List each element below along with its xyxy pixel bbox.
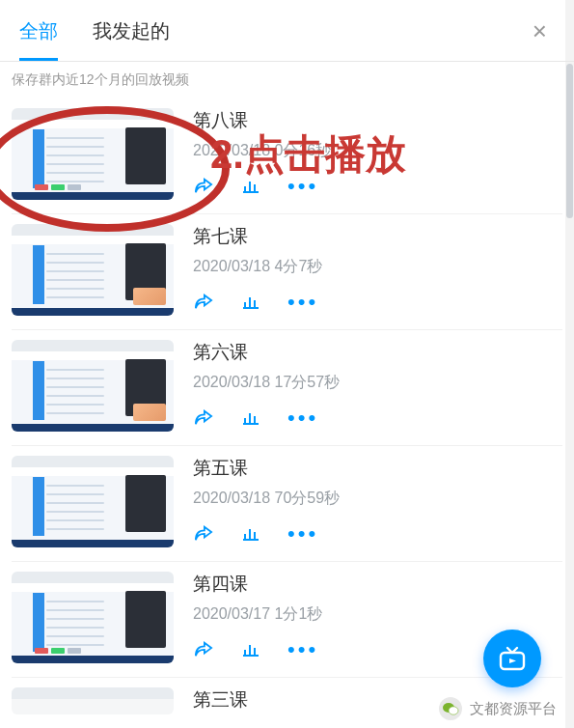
video-subtitle: 2020/03/18 70分59秒 bbox=[193, 489, 562, 509]
more-icon[interactable]: ••• bbox=[287, 412, 318, 423]
stats-icon[interactable] bbox=[241, 177, 260, 194]
video-subtitle: 2020/03/18 4分7秒 bbox=[193, 257, 562, 277]
tab-mine[interactable]: 我发起的 bbox=[93, 1, 170, 61]
account-name: 文都资源平台 bbox=[470, 700, 557, 718]
video-thumbnail[interactable] bbox=[12, 456, 174, 547]
video-thumbnail[interactable] bbox=[12, 687, 174, 714]
share-icon[interactable] bbox=[193, 408, 214, 426]
retention-hint: 保存群内近12个月的回放视频 bbox=[0, 62, 574, 98]
close-icon[interactable]: × bbox=[533, 15, 547, 45]
stats-icon[interactable] bbox=[241, 408, 260, 426]
video-title: 第七课 bbox=[193, 224, 562, 249]
stats-icon[interactable] bbox=[241, 293, 260, 310]
video-subtitle: 2020/03/18 0分16秒 bbox=[193, 141, 562, 161]
video-list: 第八课 2020/03/18 0分16秒 ••• 第七课 2 bbox=[0, 98, 574, 728]
list-item[interactable]: 第七课 2020/03/18 4分7秒 ••• bbox=[12, 214, 562, 330]
share-icon[interactable] bbox=[193, 640, 214, 658]
video-title: 第六课 bbox=[193, 340, 562, 365]
more-icon[interactable]: ••• bbox=[287, 644, 318, 655]
video-thumbnail[interactable] bbox=[12, 224, 174, 316]
stats-icon[interactable] bbox=[241, 640, 260, 658]
tv-play-icon bbox=[498, 645, 527, 672]
wechat-icon bbox=[439, 697, 462, 720]
svg-point-3 bbox=[449, 707, 458, 714]
video-title: 第四课 bbox=[193, 572, 562, 597]
list-item[interactable]: 第八课 2020/03/18 0分16秒 ••• bbox=[12, 98, 562, 214]
share-icon[interactable] bbox=[193, 293, 214, 310]
share-icon[interactable] bbox=[193, 524, 214, 542]
video-subtitle: 2020/03/18 17分57秒 bbox=[193, 373, 562, 393]
tab-all[interactable]: 全部 bbox=[19, 1, 58, 61]
more-icon[interactable]: ••• bbox=[287, 528, 318, 539]
stats-icon[interactable] bbox=[241, 524, 260, 542]
float-video-button[interactable] bbox=[483, 630, 541, 687]
video-title: 第八课 bbox=[193, 108, 562, 133]
video-thumbnail[interactable] bbox=[12, 340, 174, 432]
account-attribution: 文都资源平台 bbox=[439, 697, 557, 720]
list-item[interactable]: 第五课 2020/03/18 70分59秒 ••• bbox=[12, 446, 562, 562]
more-icon[interactable]: ••• bbox=[287, 181, 318, 191]
video-thumbnail[interactable] bbox=[12, 572, 174, 663]
video-title: 第五课 bbox=[193, 456, 562, 481]
more-icon[interactable]: ••• bbox=[287, 296, 318, 307]
video-subtitle: 2020/03/17 1分1秒 bbox=[193, 604, 562, 625]
list-item[interactable]: 第六课 2020/03/18 17分57秒 ••• bbox=[12, 330, 562, 446]
video-thumbnail[interactable] bbox=[12, 108, 174, 200]
share-icon[interactable] bbox=[193, 177, 214, 194]
tabs-bar: 全部 我发起的 × bbox=[0, 0, 574, 62]
scrollbar[interactable] bbox=[565, 0, 574, 728]
list-item[interactable]: 第四课 2020/03/17 1分1秒 ••• bbox=[12, 562, 562, 678]
